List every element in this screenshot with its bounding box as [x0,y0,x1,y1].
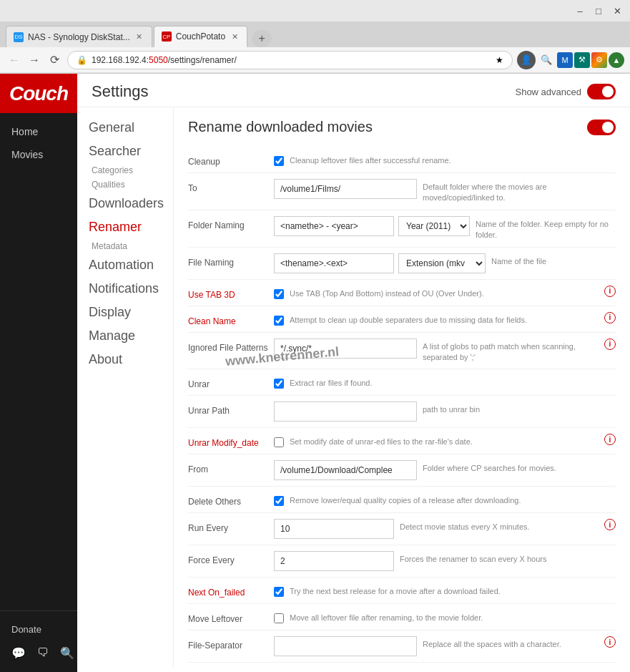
info-use-tab-3d[interactable]: i [604,286,616,297]
nav-general[interactable]: General [77,116,173,140]
ext-icon-3[interactable]: ⚙ [591,52,607,68]
tab-cp[interactable]: CP CouchPotato ✕ [154,26,247,47]
search-browser-icon[interactable]: 🔍 [538,52,554,68]
checkbox-clean-name[interactable] [274,316,284,326]
input-unrar-path[interactable] [274,401,417,422]
desc-next-on-failed: Try the next best release for a movie af… [290,583,616,597]
row-from: From Folder where CP searches for movies… [188,454,616,487]
label-ignored-file-patterns: Ignored File Patterns [188,339,274,353]
input-file-separator[interactable] [274,636,417,656]
nav-qualities[interactable]: Qualities [77,177,173,192]
row-file-separator: File-Separator Replace all the spaces wi… [188,630,616,663]
select-folder-naming[interactable]: Year (2011) Year [2011] No Year [398,216,470,236]
checkbox-unrar[interactable] [274,379,284,389]
nav-about[interactable]: About [77,348,173,371]
sidebar-donate[interactable]: Donate [0,618,77,641]
checkbox-move-leftover[interactable] [274,613,284,623]
row-ignored-file-patterns: Ignored File Patterns A list of globs to… [188,333,616,370]
input-from[interactable] [274,460,417,480]
label-run-every: Run Every [188,519,274,533]
sidebar-item-movies[interactable]: Movies [0,143,77,166]
row-force-every: Force Every Forces the renamer to scan e… [188,545,616,578]
info-unrar-modify-date[interactable]: i [604,434,616,445]
control-use-tab-3d: Use TAB (Top And Bottom) instead of OU (… [274,286,616,299]
logo[interactable]: Couch [0,74,77,113]
desc-from: Folder where CP searches for movies. [423,460,616,474]
nav-display[interactable]: Display [77,301,173,324]
sidebar-item-home[interactable]: Home [0,120,77,143]
nav-metadata[interactable]: Metadata [77,239,173,253]
search-icon[interactable]: 🔍 [60,646,74,660]
folder-naming-inputs: Year (2011) Year [2011] No Year [274,216,470,236]
nav-renamer[interactable]: Renamer [77,215,173,239]
forward-button[interactable]: → [26,52,43,69]
new-tab-button[interactable]: + [252,30,272,47]
nav-categories[interactable]: Categories [77,163,173,177]
extension-icons: M ⚒ ⚙ ▲ [557,52,624,68]
label-next-on-failed: Next On_failed [188,583,274,598]
tab-close-cp[interactable]: ✕ [230,31,240,42]
row-use-tab-3d: Use TAB 3D Use TAB (Top And Bottom) inst… [188,280,616,306]
desc-unrar: Extract rar files if found. [290,375,616,389]
checkbox-next-on-failed[interactable] [274,587,284,597]
maximize-button[interactable]: □ [591,4,606,18]
row-folder-separator: Folder-Separator Replace all the spaces … [188,663,616,667]
control-delete-others: Remove lower/equal quality copies of a r… [274,492,616,506]
row-unrar-modify-date: Unrar Modify_date Set modify date of unr… [188,428,616,454]
show-advanced-toggle[interactable] [587,84,616,99]
user-account-icon[interactable]: 👤 [517,51,536,69]
row-folder-naming: Folder Naming Year (2011) Year [2011] No… [188,210,616,248]
control-cleanup: Cleanup leftover files after successful … [274,152,616,166]
back-button[interactable]: ← [6,52,23,69]
checkbox-cleanup[interactable] [274,156,284,166]
desc-use-tab-3d: Use TAB (Top And Bottom) instead of OU (… [290,286,599,299]
tab-nas[interactable]: DS NAS - Synology DiskStat... ✕ [6,26,152,47]
info-ignored-file-patterns[interactable]: i [604,339,616,350]
label-cleanup: Cleanup [188,152,274,167]
info-file-separator[interactable]: i [604,636,616,648]
reload-button[interactable]: ⟳ [46,52,63,69]
checkbox-unrar-modify-date[interactable] [274,437,284,447]
input-file-naming[interactable] [274,253,394,273]
control-run-every: Detect movie status every X minutes. i [274,519,616,539]
ext-icon-2[interactable]: ⚒ [574,52,590,68]
bookmark-icon: ★ [496,55,503,65]
nav-searcher[interactable]: Searcher [77,140,173,163]
nav-right-icons: 👤 🔍 M ⚒ ⚙ ▲ [517,51,624,69]
control-clean-name: Attempt to clean up double separaters du… [274,312,616,326]
message-icon[interactable]: 🗨 [37,646,49,660]
tab-favicon-nas: DS [14,32,24,42]
close-button[interactable]: ✕ [610,4,624,18]
settings-form: Rename downloaded movies Cleanup Cleanup… [174,107,630,667]
nav-automation[interactable]: Automation [77,253,173,277]
checkbox-use-tab-3d[interactable] [274,289,284,299]
input-run-every[interactable] [274,519,394,539]
desc-file-separator: Replace all the spaces with a character. [423,636,599,650]
nav-manage[interactable]: Manage [77,324,173,348]
minimize-button[interactable]: – [573,4,587,18]
section-title: Rename downloaded movies [188,119,373,135]
chat-icon[interactable]: 💬 [11,646,26,660]
info-clean-name[interactable]: i [604,312,616,323]
select-file-naming[interactable]: Extension (mkv Extension (avi) Extension… [398,253,486,273]
input-ignored-file-patterns[interactable] [274,339,417,359]
input-to[interactable] [274,179,417,199]
address-bar[interactable]: 🔒 192.168.192.4:5050/settings/renamer/ ★ [67,51,513,69]
input-folder-naming[interactable] [274,216,394,236]
info-run-every[interactable]: i [604,519,616,530]
row-unrar: Unrar Extract rar files if found. [188,369,616,396]
ext-icon-4[interactable]: ▲ [609,52,624,68]
nav-notifications[interactable]: Notifications [77,277,173,301]
nav-left-icons: ← → ⟳ [6,52,63,69]
tab-close-nas[interactable]: ✕ [134,32,144,42]
checkbox-delete-others[interactable] [274,496,284,506]
row-to: To Default folder where the movies are m… [188,173,616,210]
nav-downloaders[interactable]: Downloaders [77,192,173,215]
desc-unrar-path: path to unrar bin [423,401,616,415]
row-delete-others: Delete Others Remove lower/equal quality… [188,487,616,513]
input-force-every[interactable] [274,551,394,571]
label-unrar: Unrar [188,375,274,389]
control-next-on-failed: Try the next best release for a movie af… [274,583,616,597]
section-toggle[interactable] [587,120,616,135]
ext-icon-1[interactable]: M [557,52,573,68]
